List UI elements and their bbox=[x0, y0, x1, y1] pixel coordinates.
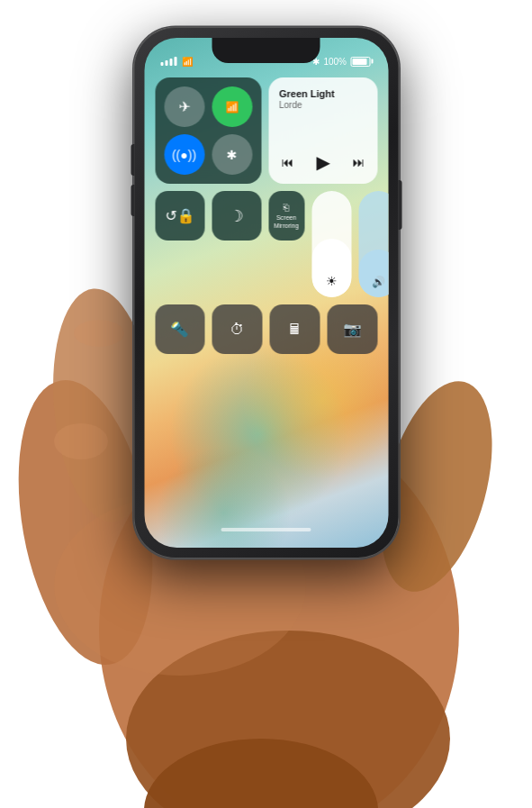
camera-button[interactable]: 📷 bbox=[327, 304, 377, 354]
music-controls[interactable]: ⏮ ▶ ⏭ bbox=[279, 151, 366, 173]
battery-percentage: 100% bbox=[323, 57, 347, 67]
airplane-mode-button[interactable]: ✈ bbox=[164, 86, 204, 127]
timer-icon: ⏱ bbox=[230, 322, 245, 338]
wifi-icon: ((●)) bbox=[172, 148, 196, 162]
moon-icon: ☽ bbox=[230, 206, 244, 226]
notch bbox=[212, 38, 320, 63]
volume-fill bbox=[358, 250, 388, 297]
control-center: ✈ 📶 ((●)) ✱ bbox=[155, 77, 377, 361]
signal-area: 📶 bbox=[160, 57, 193, 67]
cc-row-3: 🔦 ⏱ 🖩 📷 bbox=[155, 304, 377, 354]
camera-icon: 📷 bbox=[343, 321, 361, 338]
signal-bar-2 bbox=[165, 60, 167, 66]
music-tile: Green Light Lorde ⏮ ▶ ⏭ bbox=[268, 77, 377, 184]
timer-button[interactable]: ⏱ bbox=[212, 304, 263, 354]
signal-bar-3 bbox=[169, 59, 172, 66]
screen-mirror-icon: ⎗ bbox=[284, 202, 290, 213]
bluetooth-button[interactable]: ✱ bbox=[212, 134, 252, 175]
signal-bar-4 bbox=[174, 57, 176, 66]
svg-point-6 bbox=[54, 423, 108, 459]
brightness-icon: ☀ bbox=[326, 274, 338, 288]
home-indicator[interactable] bbox=[221, 528, 311, 531]
wifi-button[interactable]: ((●)) bbox=[164, 134, 204, 175]
left-controls: ↺🔒 ☽ ⎗ ScreenMirroring bbox=[155, 191, 304, 297]
cellular-icon: 📶 bbox=[225, 101, 239, 113]
battery-area: ✱ 100% bbox=[312, 57, 370, 67]
volume-up-button[interactable] bbox=[131, 144, 134, 176]
svg-point-4 bbox=[126, 631, 450, 808]
music-next-button[interactable]: ⏭ bbox=[352, 155, 365, 169]
music-artist: Lorde bbox=[279, 100, 366, 110]
music-play-button[interactable]: ▶ bbox=[316, 151, 329, 173]
cellular-button[interactable]: 📶 bbox=[212, 86, 252, 127]
brightness-slider[interactable]: ☀ bbox=[311, 191, 351, 297]
iphone-device: 📶 ✱ 100% bbox=[133, 27, 399, 558]
wifi-status-icon: 📶 bbox=[182, 57, 193, 67]
signal-bar-1 bbox=[160, 62, 163, 66]
iphone-screen: 📶 ✱ 100% bbox=[144, 38, 388, 548]
screen-mirroring-button[interactable]: ⎗ ScreenMirroring bbox=[268, 191, 304, 241]
cc-row-2: ↺🔒 ☽ ⎗ ScreenMirroring bbox=[155, 191, 377, 297]
bluetooth-icon: ✱ bbox=[227, 148, 238, 162]
scene: 📶 ✱ 100% bbox=[0, 0, 532, 808]
sliders-group: ☀ 🔊 bbox=[311, 191, 388, 297]
volume-down-button[interactable] bbox=[131, 185, 134, 216]
battery-icon bbox=[350, 57, 370, 67]
svg-point-5 bbox=[144, 739, 378, 808]
lock-rotation-icon: ↺🔒 bbox=[165, 207, 194, 224]
screen-mirroring-label: ScreenMirroring bbox=[274, 214, 299, 230]
volume-slider[interactable]: 🔊 bbox=[358, 191, 388, 297]
cc-row-1: ✈ 📶 ((●)) ✱ bbox=[155, 77, 377, 184]
music-prev-button[interactable]: ⏮ bbox=[281, 155, 293, 169]
airplane-icon: ✈ bbox=[178, 98, 190, 115]
iphone-frame: 📶 ✱ 100% bbox=[133, 27, 399, 558]
calculator-button[interactable]: 🖩 bbox=[270, 304, 320, 354]
music-info: Green Light Lorde bbox=[279, 88, 366, 110]
signal-bars bbox=[160, 57, 176, 66]
connectivity-tile[interactable]: ✈ 📶 ((●)) ✱ bbox=[155, 77, 261, 184]
do-not-disturb-button[interactable]: ☽ bbox=[212, 191, 261, 241]
side-button[interactable] bbox=[398, 180, 401, 230]
screen-lock-button[interactable]: ↺🔒 bbox=[155, 191, 204, 241]
flashlight-icon: 🔦 bbox=[171, 321, 189, 338]
brightness-fill bbox=[311, 239, 351, 297]
svg-point-7 bbox=[74, 320, 124, 347]
volume-icon: 🔊 bbox=[372, 276, 385, 288]
music-title: Green Light bbox=[279, 88, 366, 99]
calculator-icon: 🖩 bbox=[287, 322, 302, 338]
flashlight-button[interactable]: 🔦 bbox=[155, 304, 205, 354]
battery-fill bbox=[352, 59, 366, 65]
lock-dnd-row: ↺🔒 ☽ ⎗ ScreenMirroring bbox=[155, 191, 304, 241]
